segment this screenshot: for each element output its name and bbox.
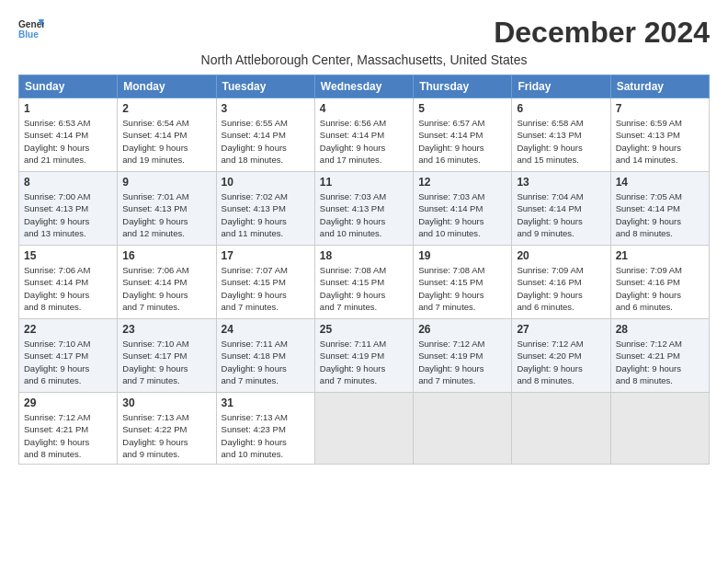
day-number: 13 [517,176,605,189]
day-number: 21 [616,249,704,262]
day-number: 6 [517,102,605,115]
calendar-cell [414,393,512,465]
day-info: Sunrise: 7:11 AM Sunset: 4:19 PM Dayligh… [320,338,408,386]
day-number: 27 [517,323,605,336]
day-info: Sunrise: 7:04 AM Sunset: 4:14 PM Dayligh… [517,190,605,239]
day-info: Sunrise: 6:58 AM Sunset: 4:13 PM Dayligh… [517,117,605,166]
day-number: 5 [418,102,506,115]
day-info: Sunrise: 7:12 AM Sunset: 4:21 PM Dayligh… [24,411,112,460]
calendar-cell: 24Sunrise: 7:11 AM Sunset: 4:18 PM Dayli… [216,319,314,393]
calendar-cell: 5Sunrise: 6:57 AM Sunset: 4:14 PM Daylig… [414,98,512,172]
calendar-cell: 11Sunrise: 7:03 AM Sunset: 4:13 PM Dayli… [314,172,413,246]
day-info: Sunrise: 7:07 AM Sunset: 4:15 PM Dayligh… [222,264,310,313]
day-number: 11 [320,176,408,189]
day-info: Sunrise: 7:10 AM Sunset: 4:17 PM Dayligh… [24,338,112,386]
svg-text:Blue: Blue [18,29,39,40]
day-info: Sunrise: 7:12 AM Sunset: 4:21 PM Dayligh… [616,338,704,386]
day-info: Sunrise: 6:54 AM Sunset: 4:14 PM Dayligh… [122,117,210,166]
calendar-cell: 25Sunrise: 7:11 AM Sunset: 4:19 PM Dayli… [314,319,413,393]
day-number: 20 [517,249,605,262]
day-info: Sunrise: 7:02 AM Sunset: 4:13 PM Dayligh… [222,190,310,239]
calendar-cell: 26Sunrise: 7:12 AM Sunset: 4:19 PM Dayli… [414,319,512,393]
calendar-cell: 9Sunrise: 7:01 AM Sunset: 4:13 PM Daylig… [118,172,216,246]
day-info: Sunrise: 7:10 AM Sunset: 4:17 PM Dayligh… [122,338,210,386]
calendar-cell: 4Sunrise: 6:56 AM Sunset: 4:14 PM Daylig… [314,98,413,172]
calendar-cell: 22Sunrise: 7:10 AM Sunset: 4:17 PM Dayli… [19,319,118,393]
day-info: Sunrise: 7:06 AM Sunset: 4:14 PM Dayligh… [24,264,112,313]
calendar-cell: 6Sunrise: 6:58 AM Sunset: 4:13 PM Daylig… [512,98,610,172]
day-number: 24 [222,323,310,336]
calendar-cell: 1Sunrise: 6:53 AM Sunset: 4:14 PM Daylig… [19,98,118,172]
day-info: Sunrise: 7:13 AM Sunset: 4:22 PM Dayligh… [122,411,210,460]
calendar-cell: 3Sunrise: 6:55 AM Sunset: 4:14 PM Daylig… [216,98,314,172]
calendar-header: SundayMondayTuesdayWednesdayThursdayFrid… [19,75,710,98]
day-number: 30 [122,396,210,409]
calendar-header-cell: Thursday [414,75,512,98]
calendar-cell: 16Sunrise: 7:06 AM Sunset: 4:14 PM Dayli… [118,246,216,319]
day-number: 15 [24,249,112,262]
day-info: Sunrise: 7:03 AM Sunset: 4:14 PM Dayligh… [418,190,506,239]
calendar-cell [512,393,610,465]
day-number: 4 [320,102,408,115]
calendar-cell: 2Sunrise: 6:54 AM Sunset: 4:14 PM Daylig… [118,98,216,172]
day-number: 1 [24,102,112,115]
calendar-cell: 20Sunrise: 7:09 AM Sunset: 4:16 PM Dayli… [512,246,610,319]
day-number: 29 [24,396,112,409]
day-info: Sunrise: 7:12 AM Sunset: 4:19 PM Dayligh… [418,338,506,386]
day-info: Sunrise: 7:13 AM Sunset: 4:23 PM Dayligh… [222,411,310,460]
calendar-cell: 19Sunrise: 7:08 AM Sunset: 4:15 PM Dayli… [414,246,512,319]
day-info: Sunrise: 7:09 AM Sunset: 4:16 PM Dayligh… [616,264,704,313]
day-info: Sunrise: 7:09 AM Sunset: 4:16 PM Dayligh… [517,264,605,313]
day-number: 19 [418,249,506,262]
calendar-header-cell: Wednesday [314,75,413,98]
day-info: Sunrise: 6:56 AM Sunset: 4:14 PM Dayligh… [320,117,408,166]
day-info: Sunrise: 7:05 AM Sunset: 4:14 PM Dayligh… [616,190,704,239]
calendar-cell: 13Sunrise: 7:04 AM Sunset: 4:14 PM Dayli… [512,172,610,246]
calendar-header-cell: Sunday [19,75,118,98]
day-number: 9 [122,176,210,189]
day-info: Sunrise: 7:12 AM Sunset: 4:20 PM Dayligh… [517,338,605,386]
calendar-cell: 18Sunrise: 7:08 AM Sunset: 4:15 PM Dayli… [314,246,413,319]
calendar-cell: 14Sunrise: 7:05 AM Sunset: 4:14 PM Dayli… [610,172,709,246]
page-title: December 2024 [494,17,710,49]
day-number: 31 [222,396,310,409]
calendar-header-cell: Tuesday [216,75,314,98]
day-info: Sunrise: 6:57 AM Sunset: 4:14 PM Dayligh… [418,117,506,166]
calendar-cell: 28Sunrise: 7:12 AM Sunset: 4:21 PM Dayli… [610,319,709,393]
day-number: 16 [122,249,210,262]
calendar-header-cell: Monday [118,75,216,98]
day-number: 10 [222,176,310,189]
day-info: Sunrise: 6:55 AM Sunset: 4:14 PM Dayligh… [222,117,310,166]
calendar-cell: 21Sunrise: 7:09 AM Sunset: 4:16 PM Dayli… [610,246,709,319]
day-number: 14 [616,176,704,189]
day-number: 8 [24,176,112,189]
calendar-cell: 8Sunrise: 7:00 AM Sunset: 4:13 PM Daylig… [19,172,118,246]
calendar-cell [610,393,709,465]
day-info: Sunrise: 7:11 AM Sunset: 4:18 PM Dayligh… [222,338,310,386]
calendar-cell [314,393,413,465]
calendar-header-cell: Friday [512,75,610,98]
day-number: 18 [320,249,408,262]
day-info: Sunrise: 6:59 AM Sunset: 4:13 PM Dayligh… [616,117,704,166]
day-info: Sunrise: 7:00 AM Sunset: 4:13 PM Dayligh… [24,190,112,239]
calendar-cell: 30Sunrise: 7:13 AM Sunset: 4:22 PM Dayli… [118,393,216,465]
day-info: Sunrise: 7:08 AM Sunset: 4:15 PM Dayligh… [418,264,506,313]
day-number: 28 [616,323,704,336]
day-number: 26 [418,323,506,336]
calendar-cell: 23Sunrise: 7:10 AM Sunset: 4:17 PM Dayli… [118,319,216,393]
day-number: 17 [222,249,310,262]
day-info: Sunrise: 7:03 AM Sunset: 4:13 PM Dayligh… [320,190,408,239]
calendar-header-cell: Saturday [610,75,709,98]
day-info: Sunrise: 7:01 AM Sunset: 4:13 PM Dayligh… [122,190,210,239]
calendar-cell: 31Sunrise: 7:13 AM Sunset: 4:23 PM Dayli… [216,393,314,465]
subtitle: North Attleborough Center, Massachusetts… [18,52,710,67]
calendar-cell: 7Sunrise: 6:59 AM Sunset: 4:13 PM Daylig… [610,98,709,172]
calendar-cell: 10Sunrise: 7:02 AM Sunset: 4:13 PM Dayli… [216,172,314,246]
calendar-cell: 29Sunrise: 7:12 AM Sunset: 4:21 PM Dayli… [19,393,118,465]
day-info: Sunrise: 7:06 AM Sunset: 4:14 PM Dayligh… [122,264,210,313]
day-number: 3 [222,102,310,115]
calendar-table: SundayMondayTuesdayWednesdayThursdayFrid… [18,75,710,465]
calendar-cell: 15Sunrise: 7:06 AM Sunset: 4:14 PM Dayli… [19,246,118,319]
day-number: 25 [320,323,408,336]
calendar-cell: 17Sunrise: 7:07 AM Sunset: 4:15 PM Dayli… [216,246,314,319]
